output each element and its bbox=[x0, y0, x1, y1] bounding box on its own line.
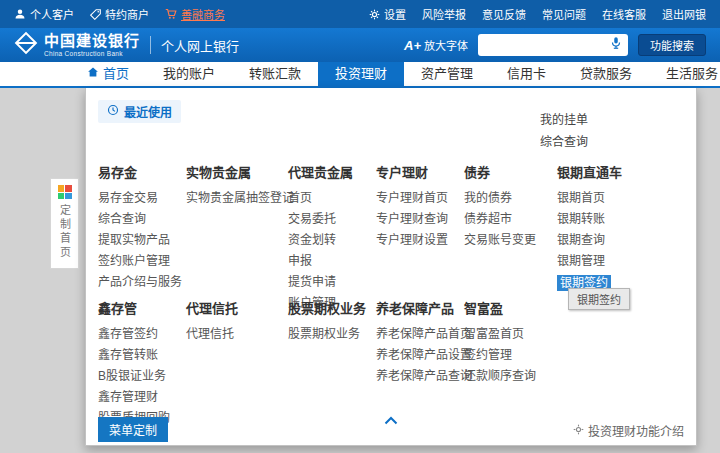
nav-tab-2[interactable]: 转账汇款 bbox=[232, 62, 318, 86]
bank-name-en: China Construction Bank bbox=[44, 50, 140, 57]
nav-tab-3-active[interactable]: 投资理财 bbox=[318, 62, 404, 86]
investment-intro-link[interactable]: 投资理财功能介绍 bbox=[573, 422, 684, 439]
menu-link[interactable]: 我的债券 bbox=[464, 191, 512, 205]
bank-name: 中国建设银行 bbox=[44, 33, 140, 50]
faq-label: 常见问题 bbox=[542, 6, 586, 22]
personal-customer-link[interactable]: 个人客户 bbox=[14, 6, 74, 22]
menu-link[interactable]: 易存金交易 bbox=[98, 191, 158, 205]
user-icon bbox=[14, 8, 26, 20]
menu-link[interactable]: 养老保障产品查询 bbox=[376, 369, 472, 383]
menu-link[interactable]: 提取实物产品 bbox=[98, 233, 170, 247]
menu-group: 易存金易存金交易综合查询提取实物产品签约账户管理产品介绍与服务 bbox=[98, 162, 186, 317]
menu-link[interactable]: 专户理财首页 bbox=[376, 191, 448, 205]
search-input[interactable] bbox=[486, 39, 609, 51]
nav-tab-label: 投资理财 bbox=[335, 62, 387, 86]
menu-group: 实物贵金属实物贵金属抽签登记 bbox=[186, 162, 288, 317]
info-gear-icon bbox=[573, 424, 584, 438]
menu-link[interactable]: 签约账户管理 bbox=[98, 254, 170, 268]
nav-tab-6[interactable]: 贷款服务 bbox=[563, 62, 649, 86]
menu-link[interactable]: 还款顺序查询 bbox=[464, 369, 536, 383]
menu-group-title: 债券 bbox=[464, 162, 557, 181]
nav-tab-label: 首页 bbox=[103, 62, 129, 86]
menu-group-title: 实物贵金属 bbox=[186, 162, 288, 181]
nav-tab-label: 转账汇款 bbox=[249, 62, 301, 86]
menu-link[interactable]: 交易账号变更 bbox=[464, 233, 536, 247]
menu-group-title: 代理信托 bbox=[186, 298, 288, 317]
risk-report-link[interactable]: 风险举报 bbox=[422, 6, 466, 22]
menu-link[interactable]: 首页 bbox=[288, 191, 312, 205]
menu-link[interactable]: 产品介绍与服务 bbox=[98, 275, 182, 289]
top-utility-bar: 个人客户 特约商户 善融商务 设置 风险举报 意见反馈 常见问题 在线客服 退出… bbox=[0, 0, 720, 28]
menu-link[interactable]: 养老保障产品设置 bbox=[376, 348, 472, 362]
menu-link[interactable]: 资金划转 bbox=[288, 233, 336, 247]
menu-link[interactable]: 提货申请 bbox=[288, 275, 336, 289]
menu-link[interactable]: 鑫存管理财 bbox=[98, 390, 158, 404]
microphone-icon[interactable] bbox=[609, 36, 623, 54]
header-divider bbox=[150, 36, 151, 54]
menu-link[interactable]: 银期首页 bbox=[557, 191, 605, 205]
nav-tab-7[interactable]: 生活服务 bbox=[649, 62, 720, 86]
menu-group-title: 易存金 bbox=[98, 162, 186, 181]
online-service-label: 在线客服 bbox=[602, 6, 646, 22]
menu-link[interactable]: 银期管理 bbox=[557, 254, 605, 268]
nav-tab-label: 贷款服务 bbox=[580, 62, 632, 86]
nav-tab-1[interactable]: 我的账户 bbox=[146, 62, 232, 86]
logout-link[interactable]: 退出网银 bbox=[662, 6, 706, 22]
brand-header: 中国建设银行 China Construction Bank 个人网上银行 A+… bbox=[0, 28, 720, 62]
cart-icon bbox=[165, 8, 177, 20]
my-pending-orders-link[interactable]: 我的挂单 bbox=[540, 110, 588, 127]
nav-tab-0[interactable]: 首页 bbox=[70, 62, 146, 86]
menu-group-title: 智富盈 bbox=[464, 298, 557, 317]
font-zoom-symbol: A+ bbox=[404, 38, 421, 53]
menu-link[interactable]: 代理信托 bbox=[186, 327, 234, 341]
menu-link[interactable]: 智富盈首页 bbox=[464, 327, 524, 341]
menu-link[interactable]: 鑫存管签约 bbox=[98, 327, 158, 341]
collapse-panel-button[interactable] bbox=[384, 416, 398, 425]
menu-link[interactable]: 实物贵金属抽签登记 bbox=[186, 191, 294, 205]
customize-grid-icon bbox=[58, 185, 72, 199]
menu-group: 专户理财专户理财首页专户理财查询专户理财设置 bbox=[376, 162, 464, 317]
menu-group-title: 股票期权业务 bbox=[288, 298, 376, 317]
menu-group-title: 专户理财 bbox=[376, 162, 464, 181]
feedback-link[interactable]: 意见反馈 bbox=[482, 6, 526, 22]
ccb-logo-icon bbox=[14, 31, 38, 59]
merchant-label: 特约商户 bbox=[105, 6, 149, 22]
personal-customer-label: 个人客户 bbox=[30, 6, 74, 22]
settings-link[interactable]: 设置 bbox=[369, 6, 406, 22]
topbar-left: 个人客户 特约商户 善融商务 bbox=[14, 6, 225, 22]
customize-homepage-tab[interactable]: 定制首页 bbox=[50, 178, 79, 269]
nav-tab-4[interactable]: 资产管理 bbox=[404, 62, 490, 86]
nav-tab-5[interactable]: 信用卡 bbox=[490, 62, 563, 86]
menu-link[interactable]: 股票期权业务 bbox=[288, 327, 360, 341]
merchant-link[interactable]: 特约商户 bbox=[90, 6, 149, 22]
search-box bbox=[478, 34, 628, 56]
risk-report-label: 风险举报 bbox=[422, 6, 466, 22]
menu-link[interactable]: 申报 bbox=[288, 254, 312, 268]
menu-link[interactable]: 交易委托 bbox=[288, 212, 336, 226]
online-service-link[interactable]: 在线客服 bbox=[602, 6, 646, 22]
menu-link[interactable]: 银期转账 bbox=[557, 212, 605, 226]
faq-link[interactable]: 常见问题 bbox=[542, 6, 586, 22]
cursor-tooltip: 银期签约 bbox=[568, 288, 630, 310]
font-zoom-label: 放大字体 bbox=[424, 37, 468, 53]
shanrong-business-link[interactable]: 善融商务 bbox=[165, 6, 225, 22]
comprehensive-query-link[interactable]: 综合查询 bbox=[540, 132, 588, 149]
product-title: 个人网上银行 bbox=[161, 36, 239, 55]
menu-group: 智富盈智富盈首页签约管理还款顺序查询 bbox=[464, 298, 557, 432]
menu-link[interactable]: 鑫存管转账 bbox=[98, 348, 158, 362]
menu-link[interactable]: B股银证业务 bbox=[98, 369, 166, 383]
menu-link[interactable]: 综合查询 bbox=[98, 212, 146, 226]
menu-customize-button[interactable]: 菜单定制 bbox=[98, 417, 168, 442]
function-search-button[interactable]: 功能搜索 bbox=[638, 34, 706, 56]
menu-link[interactable]: 养老保障产品首页 bbox=[376, 327, 472, 341]
menu-link[interactable]: 银期查询 bbox=[557, 233, 605, 247]
menu-link[interactable]: 债券超市 bbox=[464, 212, 512, 226]
menu-link[interactable]: 专户理财设置 bbox=[376, 233, 448, 247]
clock-icon bbox=[107, 104, 119, 119]
menu-link[interactable]: 专户理财查询 bbox=[376, 212, 448, 226]
menu-link[interactable]: 签约管理 bbox=[464, 348, 512, 362]
font-zoom-button[interactable]: A+ 放大字体 bbox=[404, 37, 468, 53]
home-icon bbox=[87, 62, 99, 86]
recent-used-text: 最近使用 bbox=[124, 103, 172, 120]
menu-group-title: 银期直通车 bbox=[557, 162, 677, 181]
